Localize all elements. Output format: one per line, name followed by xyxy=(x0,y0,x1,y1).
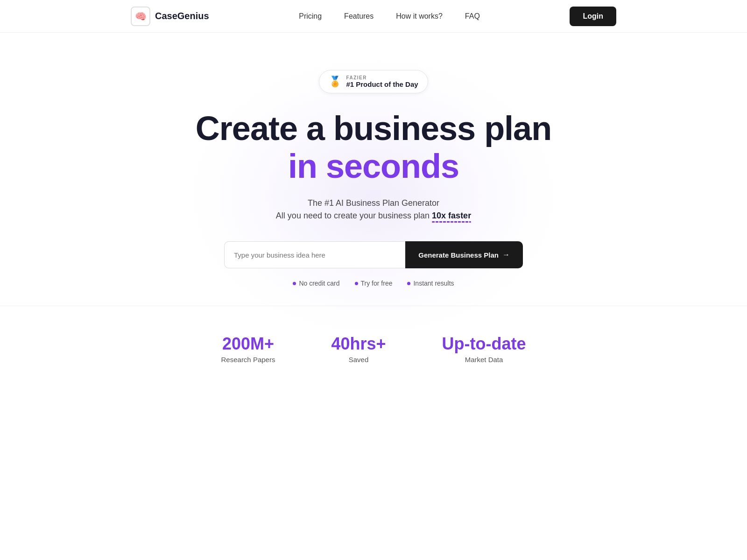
badge-title: #1 Product of the Day xyxy=(346,80,418,88)
stat-research-papers: 200M+ Research Papers xyxy=(221,334,275,364)
generate-button-label: Generate Business Plan xyxy=(418,251,499,259)
stat-label-1: Research Papers xyxy=(221,356,275,364)
nav-links: Pricing Features How it works? FAQ xyxy=(299,12,480,21)
footer-spacer xyxy=(0,420,747,560)
bullet-no-credit-card: No credit card xyxy=(293,280,339,287)
login-button[interactable]: Login xyxy=(570,7,616,26)
nav-features[interactable]: Features xyxy=(344,12,374,21)
stat-label-2: Saved xyxy=(349,356,369,364)
faster-text: 10x faster xyxy=(432,211,471,221)
stat-number-1: 200M+ xyxy=(222,334,274,354)
logo-area[interactable]: 🧠 CaseGenius xyxy=(131,7,209,26)
stat-number-2: 40hrs+ xyxy=(331,334,386,354)
headline-line1: Create a business plan xyxy=(196,110,551,147)
bullet-dot-3 xyxy=(407,282,410,285)
badge-text: FAZIER #1 Product of the Day xyxy=(346,75,418,88)
bullet-label-1: No credit card xyxy=(299,280,339,287)
stat-number-3: Up-to-date xyxy=(442,334,526,354)
nav-faq[interactable]: FAQ xyxy=(465,12,480,21)
stat-saved: 40hrs+ Saved xyxy=(331,334,386,364)
bullet-dot-2 xyxy=(355,282,358,285)
navbar: 🧠 CaseGenius Pricing Features How it wor… xyxy=(0,0,747,33)
nav-pricing[interactable]: Pricing xyxy=(299,12,322,21)
bullet-instant-results: Instant results xyxy=(407,280,454,287)
bullet-try-free: Try for free xyxy=(355,280,393,287)
logo-icon: 🧠 xyxy=(131,7,150,26)
bullet-label-2: Try for free xyxy=(361,280,393,287)
brand-name: CaseGenius xyxy=(155,11,209,21)
feature-bullets: No credit card Try for free Instant resu… xyxy=(293,280,454,287)
bullet-dot-1 xyxy=(293,282,296,285)
arrow-icon: → xyxy=(502,251,510,259)
business-idea-input[interactable] xyxy=(224,241,405,268)
headline-line2: in seconds xyxy=(288,147,459,185)
stat-label-3: Market Data xyxy=(465,356,503,364)
stat-market-data: Up-to-date Market Data xyxy=(442,334,526,364)
badge-source-label: FAZIER xyxy=(346,75,367,80)
product-badge: 🏅 FAZIER #1 Product of the Day xyxy=(319,70,428,93)
subtitle-prefix: All you need to create your business pla… xyxy=(276,211,432,220)
generate-button[interactable]: Generate Business Plan → xyxy=(405,241,523,268)
nav-how-it-works[interactable]: How it works? xyxy=(396,12,443,21)
input-row: Generate Business Plan → xyxy=(224,241,523,268)
subtitle-line1: The #1 AI Business Plan Generator xyxy=(308,198,439,208)
badge-medal-icon: 🏅 xyxy=(329,76,341,88)
stats-section: 200M+ Research Papers 40hrs+ Saved Up-to… xyxy=(0,306,747,392)
hero-content: 🏅 FAZIER #1 Product of the Day Create a … xyxy=(196,70,551,287)
subtitle-line2: All you need to create your business pla… xyxy=(276,211,471,221)
bullet-label-3: Instant results xyxy=(413,280,454,287)
hero-section: 🏅 FAZIER #1 Product of the Day Create a … xyxy=(0,33,747,420)
